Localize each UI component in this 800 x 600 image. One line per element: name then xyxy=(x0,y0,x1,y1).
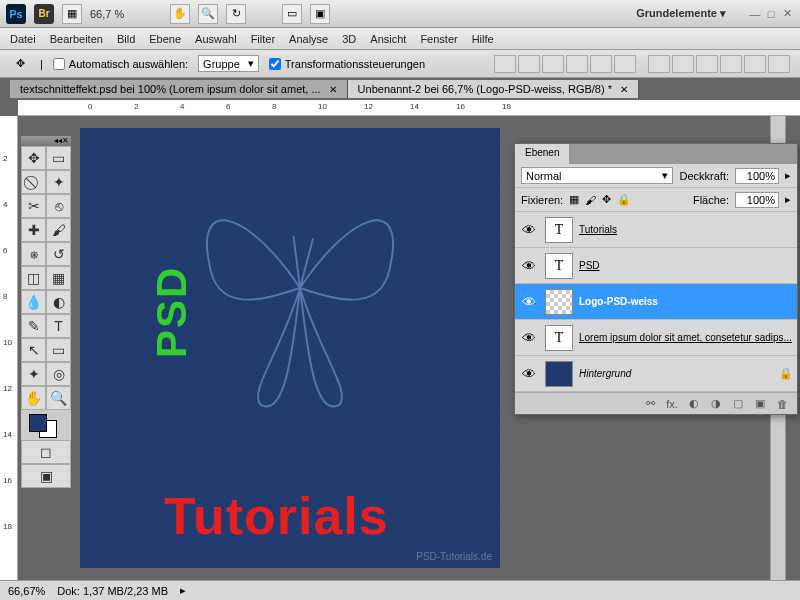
wand-tool[interactable]: ✦ xyxy=(46,170,71,194)
marquee-tool[interactable]: ▭ xyxy=(46,146,71,170)
menu-filter[interactable]: Filter xyxy=(251,33,275,45)
auto-select-dropdown[interactable]: Gruppe▾ xyxy=(198,55,259,72)
transform-controls-checkbox[interactable]: Transformationssteuerungen xyxy=(269,58,425,70)
layer-thumb[interactable] xyxy=(545,289,573,315)
blur-tool[interactable]: 💧 xyxy=(21,290,46,314)
new-layer-icon[interactable]: ▣ xyxy=(751,396,769,412)
menu-analyse[interactable]: Analyse xyxy=(289,33,328,45)
visibility-icon[interactable]: 👁 xyxy=(519,258,539,274)
layer-name[interactable]: Lorem ipsum dolor sit amet, consetetur s… xyxy=(579,332,792,343)
layer-name[interactable]: Tutorials xyxy=(579,224,617,235)
lock-transparent-icon[interactable]: ▦ xyxy=(569,193,579,206)
pen-tool[interactable]: ✎ xyxy=(21,314,46,338)
visibility-icon[interactable]: 👁 xyxy=(519,294,539,310)
mask-icon[interactable]: ◐ xyxy=(685,396,703,412)
canvas[interactable]: PSD Tutorials PSD-Tutorials.de xyxy=(80,128,500,568)
chevron-right-icon[interactable]: ▸ xyxy=(180,584,186,597)
status-zoom[interactable]: 66,67% xyxy=(8,585,45,597)
distribute-btn[interactable] xyxy=(744,55,766,73)
menu-ebene[interactable]: Ebene xyxy=(149,33,181,45)
menu-auswahl[interactable]: Auswahl xyxy=(195,33,237,45)
eyedropper-tool[interactable]: ⎋ xyxy=(46,194,71,218)
visibility-icon[interactable]: 👁 xyxy=(519,222,539,238)
hand-tool-icon[interactable]: ✋ xyxy=(170,4,190,24)
align-btn[interactable] xyxy=(494,55,516,73)
dodge-tool[interactable]: ◐ xyxy=(46,290,71,314)
rotate-view-icon[interactable]: ↻ xyxy=(226,4,246,24)
zoom-tool[interactable]: 🔍 xyxy=(46,386,71,410)
align-btn[interactable] xyxy=(566,55,588,73)
chevron-right-icon[interactable]: ▸ xyxy=(785,193,791,206)
lasso-tool[interactable]: ⃠ xyxy=(21,170,46,194)
lock-all-icon[interactable]: 🔒 xyxy=(617,193,631,206)
path-tool[interactable]: ↖ xyxy=(21,338,46,362)
eraser-tool[interactable]: ◫ xyxy=(21,266,46,290)
close-icon[interactable]: ✕ xyxy=(620,84,628,95)
distribute-btn[interactable] xyxy=(648,55,670,73)
heal-tool[interactable]: ✚ xyxy=(21,218,46,242)
distribute-btn[interactable] xyxy=(696,55,718,73)
arrange-icon[interactable]: ▭ xyxy=(282,4,302,24)
gradient-tool[interactable]: ▦ xyxy=(46,266,71,290)
screen-mode-icon[interactable]: ▣ xyxy=(310,4,330,24)
close-button[interactable]: ✕ xyxy=(780,7,794,21)
color-swatches[interactable] xyxy=(21,410,71,440)
layer-thumb[interactable] xyxy=(545,361,573,387)
menu-ansicht[interactable]: Ansicht xyxy=(370,33,406,45)
blend-mode-dropdown[interactable]: Normal▾ xyxy=(521,167,673,184)
align-btn[interactable] xyxy=(542,55,564,73)
zoom-level[interactable]: 66,7 % xyxy=(90,8,124,20)
layer-row[interactable]: 👁 T PSD xyxy=(515,248,797,284)
shape-tool[interactable]: ▭ xyxy=(46,338,71,362)
layer-row[interactable]: 👁 T Tutorials xyxy=(515,212,797,248)
fill-input[interactable]: 100% xyxy=(735,192,779,208)
3d-tool[interactable]: ✦ xyxy=(21,362,46,386)
stamp-tool[interactable]: ⎈ xyxy=(21,242,46,266)
photoshop-icon[interactable]: Ps xyxy=(6,4,26,24)
distribute-btn[interactable] xyxy=(768,55,790,73)
auto-select-checkbox[interactable]: Automatisch auswählen: xyxy=(53,58,188,70)
group-icon[interactable]: ▢ xyxy=(729,396,747,412)
menu-fenster[interactable]: Fenster xyxy=(420,33,457,45)
brush-tool[interactable]: 🖌 xyxy=(46,218,71,242)
distribute-btn[interactable] xyxy=(672,55,694,73)
layers-tab[interactable]: Ebenen xyxy=(515,144,570,164)
align-btn[interactable] xyxy=(614,55,636,73)
opacity-input[interactable]: 100% xyxy=(735,168,779,184)
close-icon[interactable]: ✕ xyxy=(62,136,69,146)
lock-position-icon[interactable]: ✥ xyxy=(602,193,611,206)
maximize-button[interactable]: □ xyxy=(764,7,778,21)
workspace-dropdown[interactable]: Grundelemente ▾ xyxy=(630,5,732,22)
adjustment-icon[interactable]: ◑ xyxy=(707,396,725,412)
trash-icon[interactable]: 🗑 xyxy=(773,396,791,412)
foreground-swatch[interactable] xyxy=(29,414,47,432)
layer-thumb[interactable]: T xyxy=(545,325,573,351)
crop-tool[interactable]: ✂ xyxy=(21,194,46,218)
quickmask-toggle[interactable]: ◻ xyxy=(21,440,71,464)
move-tool[interactable]: ✥ xyxy=(21,146,46,170)
layer-name[interactable]: Hintergrund xyxy=(579,368,631,379)
type-tool[interactable]: T xyxy=(46,314,71,338)
hand-tool[interactable]: ✋ xyxy=(21,386,46,410)
fx-icon[interactable]: fx. xyxy=(663,396,681,412)
menu-datei[interactable]: Datei xyxy=(10,33,36,45)
menu-bearbeiten[interactable]: Bearbeiten xyxy=(50,33,103,45)
bridge-icon[interactable]: Br xyxy=(34,4,54,24)
zoom-tool-icon[interactable]: 🔍 xyxy=(198,4,218,24)
menu-bild[interactable]: Bild xyxy=(117,33,135,45)
link-layers-icon[interactable]: ⚯ xyxy=(641,396,659,412)
layer-name[interactable]: Logo-PSD-weiss xyxy=(579,296,658,307)
minimize-button[interactable]: — xyxy=(748,7,762,21)
layer-row-selected[interactable]: 👁 Logo-PSD-weiss xyxy=(515,284,797,320)
visibility-icon[interactable]: 👁 xyxy=(519,330,539,346)
menu-hilfe[interactable]: Hilfe xyxy=(472,33,494,45)
menu-3d[interactable]: 3D xyxy=(342,33,356,45)
visibility-icon[interactable]: 👁 xyxy=(519,366,539,382)
layer-row[interactable]: 👁 Hintergrund 🔒 xyxy=(515,356,797,392)
doc-tab[interactable]: textschnitteffekt.psd bei 100% (Lorem ip… xyxy=(10,80,348,98)
history-brush-tool[interactable]: ↺ xyxy=(46,242,71,266)
close-icon[interactable]: ✕ xyxy=(329,84,337,95)
3d-camera-tool[interactable]: ◎ xyxy=(46,362,71,386)
layer-thumb[interactable]: T xyxy=(545,253,573,279)
screenmode-toggle[interactable]: ▣ xyxy=(21,464,71,488)
